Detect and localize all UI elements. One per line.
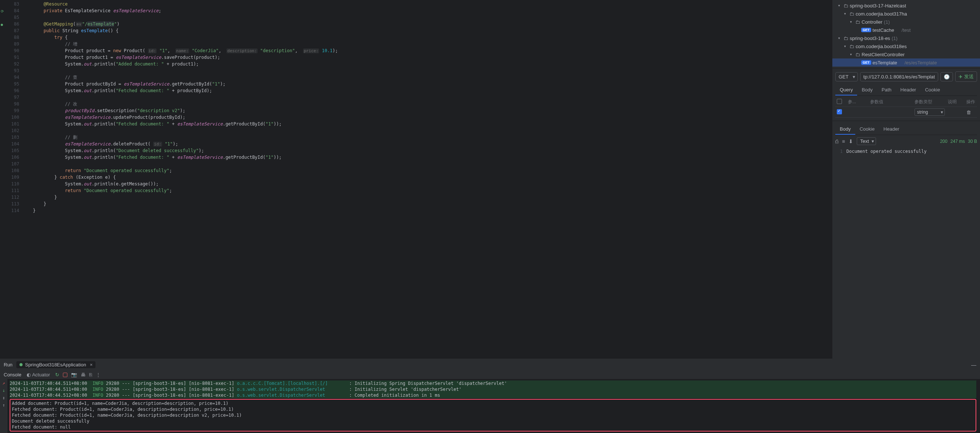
endpoint-item[interactable]: GETesTemplate/es/esTemplate <box>832 59 980 67</box>
url-input[interactable] <box>860 72 938 81</box>
line-number: 112 <box>2 194 19 201</box>
code-line[interactable]: Product productById = esTemplateService.… <box>22 81 832 88</box>
request-tab-path[interactable]: Path <box>877 85 896 96</box>
line-number: 94 <box>2 74 19 81</box>
line-number: 113 <box>2 201 19 207</box>
code-line[interactable]: // 改 <box>22 101 832 107</box>
line-number: 96 <box>2 88 19 94</box>
spring-icon: ⬢ <box>19 362 23 367</box>
code-line[interactable]: System.out.println(e.getMessage()); <box>22 181 832 187</box>
param-enabled-checkbox[interactable] <box>837 109 842 115</box>
code-line[interactable]: System.out.println("Document deleted suc… <box>22 147 832 154</box>
code-line[interactable]: return "Document operated successfully"; <box>22 167 832 174</box>
more-icon[interactable]: ⋮ <box>96 372 101 377</box>
response-tab-cookie[interactable]: Cookie <box>855 124 879 135</box>
close-icon[interactable]: × <box>90 362 93 368</box>
api-tool-panel: ▾🗀spring-boot3-17-Hazelcast▾🗀com.coderji… <box>832 0 980 358</box>
scroll-end-icon[interactable]: ↑ <box>2 403 5 408</box>
endpoint-item[interactable]: GETtestCache/test <box>832 26 980 34</box>
download-icon[interactable]: ⬇ <box>849 138 853 144</box>
tree-folder-item[interactable]: ▾🗀Controller(1) <box>832 18 980 26</box>
code-line[interactable] <box>22 161 832 167</box>
code-content[interactable]: @Resource private EsTemplateService esTe… <box>22 0 832 358</box>
camera-icon[interactable]: 📷 <box>71 372 77 377</box>
params-column-header: 参数值 <box>869 99 913 105</box>
actuator-tab[interactable]: ◐ Actuator <box>27 372 50 377</box>
tree-folder-item[interactable]: ▾🗀com.coderjia.boot318es <box>832 42 980 50</box>
tree-item-label: testCache <box>873 27 894 33</box>
code-line[interactable]: public String esTemplate() { <box>22 27 832 34</box>
scroll-down-icon[interactable]: ↓ <box>2 388 5 393</box>
code-line[interactable]: @Resource <box>22 1 832 7</box>
code-line[interactable]: return "Document operated successfully"; <box>22 187 832 194</box>
code-line[interactable]: System.out.println("Fetched document: " … <box>22 154 832 161</box>
line-number: 99 <box>2 107 19 114</box>
code-line[interactable] <box>22 127 832 134</box>
response-tabs: BodyCookieHeader <box>835 124 977 135</box>
code-line[interactable]: } catch (Exception e) { <box>22 174 832 181</box>
response-tab-body[interactable]: Body <box>835 124 855 135</box>
code-line[interactable]: } <box>22 194 832 201</box>
request-tabs: QueryBodyPathHeaderCookie <box>835 85 977 96</box>
param-delete-button[interactable]: 🗑 <box>965 110 980 115</box>
scroll-up-icon[interactable]: ↗ <box>2 380 5 386</box>
select-all-checkbox[interactable] <box>837 99 842 104</box>
code-line[interactable]: // 查 <box>22 74 832 81</box>
console-output[interactable]: ↗ ↓ ↕ ↑ 2024-11-03T17:40:44.511+08:00 IN… <box>0 379 980 433</box>
run-configuration-tab[interactable]: ⬢ SpringBoot318EsApplication × <box>16 361 95 368</box>
line-number: 85 <box>2 14 19 21</box>
code-line[interactable]: esTemplateService.updateProduct(productB… <box>22 114 832 121</box>
endpoint-tree[interactable]: ▾🗀spring-boot3-17-Hazelcast▾🗀com.coderji… <box>832 0 980 68</box>
tree-folder-item[interactable]: ▾🗀spring-boot3-17-Hazelcast <box>832 2 980 10</box>
tree-item-label: RestClientController <box>862 52 905 57</box>
code-line[interactable] <box>22 67 832 74</box>
code-line[interactable]: System.out.println("Fetched document: " … <box>22 88 832 94</box>
history-button[interactable]: 🕘 <box>940 72 953 81</box>
folder-icon: 🗀 <box>843 3 848 8</box>
code-line[interactable] <box>22 94 832 101</box>
minimize-icon[interactable]: — <box>971 362 976 368</box>
code-line[interactable]: } <box>22 201 832 207</box>
code-line[interactable]: Product product1 = esTemplateService.sav… <box>22 54 832 61</box>
line-number: 89 <box>2 41 19 47</box>
code-line[interactable] <box>22 14 832 21</box>
code-line[interactable]: // 增 <box>22 41 832 47</box>
response-format-select[interactable]: Text <box>857 137 876 145</box>
request-tab-cookie[interactable]: Cookie <box>920 85 944 96</box>
tree-item-label: spring-boot3-18-es <box>850 35 890 41</box>
code-line[interactable]: @GetMapping(⊕∨"/esTemplate") <box>22 21 832 27</box>
tree-folder-item[interactable]: ▾🗀com.coderjia.boot317ha <box>832 10 980 18</box>
export-icon[interactable]: ⎘ <box>89 372 92 377</box>
tree-folder-item[interactable]: ▾🗀RestClientController <box>832 50 980 59</box>
rerun-icon[interactable]: ↻ <box>55 372 59 377</box>
http-method-select[interactable]: GET <box>835 72 858 81</box>
line-number: 90 <box>2 47 19 54</box>
request-section: GET 🕘 ✈ 发送 QueryBodyPathHeaderCookie 参..… <box>832 68 980 121</box>
param-type-select[interactable]: string <box>915 108 945 116</box>
params-column-header: 参... <box>846 99 869 105</box>
code-line[interactable]: productById.setDescription("description … <box>22 107 832 114</box>
code-line[interactable]: // 删 <box>22 134 832 141</box>
code-line[interactable]: } <box>22 207 832 214</box>
soft-wrap-icon[interactable]: ↕ <box>2 395 5 400</box>
code-line[interactable]: esTemplateService.deleteProduct( id: "1"… <box>22 141 832 147</box>
params-column-header: 说明 <box>946 99 965 105</box>
send-button[interactable]: ✈ 发送 <box>955 72 977 82</box>
stop-icon[interactable] <box>63 373 67 377</box>
wrap-icon[interactable]: ≡ <box>842 138 845 144</box>
code-editor[interactable]: 8384⟳8586●878889909192939495969798991001… <box>0 0 832 358</box>
code-line[interactable]: System.out.println("Added document: " + … <box>22 61 832 67</box>
tree-folder-item[interactable]: ▾🗀spring-boot3-18-es(1) <box>832 34 980 42</box>
code-line[interactable]: try { <box>22 34 832 41</box>
request-tab-body[interactable]: Body <box>857 85 877 96</box>
code-line[interactable]: System.out.println("Fetched document: " … <box>22 121 832 127</box>
request-tab-query[interactable]: Query <box>835 85 857 96</box>
request-tab-header[interactable]: Header <box>896 85 921 96</box>
print-icon[interactable]: 🖶 <box>81 372 86 377</box>
response-tab-header[interactable]: Header <box>879 124 904 135</box>
run-label: Run <box>4 362 13 368</box>
format-icon[interactable]: ⎙ <box>835 138 838 144</box>
console-tab[interactable]: Console <box>4 372 21 377</box>
code-line[interactable]: private EsTemplateService esTemplateServ… <box>22 7 832 14</box>
code-line[interactable]: Product product = new Product( id: "1", … <box>22 47 832 54</box>
